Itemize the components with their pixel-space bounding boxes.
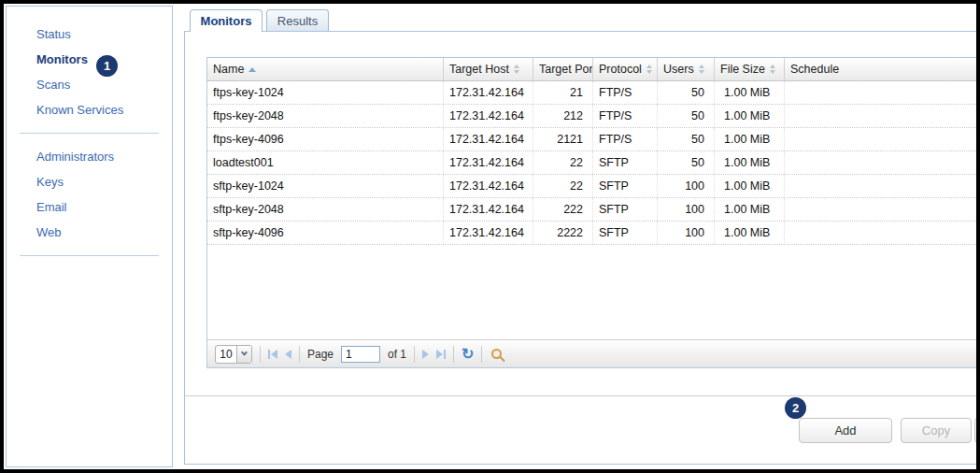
table-row[interactable]: sftp-key-4096172.31.42.1642222SFTP1001.0… <box>207 222 976 245</box>
tab-results[interactable]: Results <box>266 9 329 31</box>
table-cell: SFTP <box>593 198 658 221</box>
prev-page-icon[interactable] <box>285 350 291 359</box>
table-row[interactable]: sftp-key-2048172.31.42.164222SFTP1001.00… <box>207 198 976 222</box>
table-cell: 1.00 MiB <box>715 105 785 127</box>
table-cell: sftp-key-2048 <box>207 198 444 221</box>
sidebar-divider <box>20 133 159 134</box>
column-header-target-port[interactable]: Target Port <box>533 58 593 80</box>
sidebar-nav: StatusMonitorsScansKnown ServicesAdminis… <box>7 7 172 256</box>
table-row[interactable]: ftps-key-1024172.31.42.16421FTP/S501.00 … <box>207 81 976 105</box>
sidebar-item-email[interactable]: Email <box>7 194 172 220</box>
add-button[interactable]: Add <box>799 418 892 443</box>
refresh-icon[interactable]: ↻ <box>462 347 474 362</box>
pager-separator <box>481 346 482 363</box>
sidebar-item-monitors[interactable]: Monitors <box>7 47 172 72</box>
sort-icon <box>646 64 652 74</box>
page-of-label: of 1 <box>388 348 406 361</box>
table-cell: sftp-key-1024 <box>207 175 444 197</box>
table-cell: 2121 <box>533 128 593 150</box>
table-cell: 50 <box>658 128 715 150</box>
sidebar-item-status[interactable]: Status <box>7 22 172 47</box>
grid-header-row: NameTarget HostTarget PortProtocolUsersF… <box>207 58 976 81</box>
table-cell: 50 <box>658 81 715 104</box>
sidebar-divider <box>20 255 159 256</box>
table-cell: sftp-key-4096 <box>207 222 444 244</box>
main-panel: NameTarget HostTarget PortProtocolUsersF… <box>184 31 976 465</box>
sidebar-item-known-services[interactable]: Known Services <box>7 97 172 122</box>
next-page-icon[interactable] <box>422 350 429 359</box>
column-header-users[interactable]: Users <box>658 58 715 80</box>
first-page-icon[interactable] <box>268 350 277 359</box>
annotation-badge-2: 2 <box>785 397 806 419</box>
table-cell: 172.31.42.164 <box>444 81 533 104</box>
column-header-schedule[interactable]: Schedule <box>785 58 976 80</box>
column-label: Protocol <box>599 63 642 76</box>
tab-monitors[interactable]: Monitors <box>190 9 263 32</box>
table-cell: 21 <box>533 81 593 104</box>
table-cell: 1.00 MiB <box>715 151 785 174</box>
table-cell: SFTP <box>593 151 658 174</box>
sidebar-item-keys[interactable]: Keys <box>7 169 172 194</box>
column-label: Name <box>213 63 244 76</box>
column-label: Users <box>663 63 694 76</box>
table-cell: 172.31.42.164 <box>444 151 533 174</box>
table-cell: 100 <box>658 222 715 244</box>
chevron-down-icon[interactable] <box>236 345 251 364</box>
horizontal-divider <box>185 395 976 396</box>
page-input[interactable] <box>341 346 380 363</box>
table-cell: ftps-key-1024 <box>207 81 444 104</box>
table-cell: 1.00 MiB <box>715 175 785 197</box>
last-page-icon[interactable] <box>436 350 446 359</box>
pager-separator <box>260 346 261 363</box>
table-cell <box>785 198 976 221</box>
cut-off-button[interactable] <box>974 418 976 443</box>
table-cell: ftps-key-4096 <box>207 128 444 150</box>
table-row[interactable]: loadtest001172.31.42.16422SFTP501.00 MiB <box>207 151 976 175</box>
table-cell: 100 <box>658 198 715 221</box>
column-label: Target Port <box>539 63 593 76</box>
table-cell: SFTP <box>593 222 658 244</box>
pager-separator <box>299 346 300 363</box>
table-cell: FTP/S <box>593 128 658 150</box>
column-header-file-size[interactable]: File Size <box>715 58 785 80</box>
table-cell <box>785 151 976 174</box>
sidebar-item-web[interactable]: Web <box>7 220 172 245</box>
page-size-select[interactable]: 10 <box>215 345 252 364</box>
table-cell <box>785 175 976 197</box>
table-cell: 172.31.42.164 <box>444 175 533 197</box>
table-cell: 172.31.42.164 <box>444 198 533 221</box>
table-cell: loadtest001 <box>207 151 444 174</box>
table-cell: 1.00 MiB <box>715 198 785 221</box>
table-cell: 2222 <box>533 222 593 244</box>
table-cell: FTP/S <box>593 105 658 127</box>
column-label: File Size <box>720 63 765 76</box>
table-cell: 1.00 MiB <box>715 81 785 104</box>
annotation-badge-1: 1 <box>96 55 118 77</box>
sort-ascending-icon <box>249 67 256 72</box>
table-row[interactable]: ftps-key-2048172.31.42.164212FTP/S501.00… <box>207 105 976 128</box>
search-icon[interactable] <box>491 349 502 359</box>
column-label: Schedule <box>790 63 839 76</box>
sort-icon <box>699 64 704 74</box>
table-cell: 172.31.42.164 <box>444 105 533 127</box>
pager-separator <box>414 346 415 363</box>
table-cell: 1.00 MiB <box>715 128 785 150</box>
table-row[interactable]: sftp-key-1024172.31.42.16422SFTP1001.00 … <box>207 175 976 198</box>
sort-icon <box>514 64 519 74</box>
column-header-protocol[interactable]: Protocol <box>593 58 658 80</box>
column-label: Target Host <box>449 63 509 76</box>
table-cell: SFTP <box>593 175 658 197</box>
copy-button[interactable]: Copy <box>901 418 972 443</box>
table-row[interactable]: ftps-key-4096172.31.42.1642121FTP/S501.0… <box>207 128 976 151</box>
table-cell: 100 <box>658 175 715 197</box>
table-cell: 22 <box>533 175 593 197</box>
sidebar-item-administrators[interactable]: Administrators <box>7 144 172 169</box>
sidebar: StatusMonitorsScansKnown ServicesAdminis… <box>6 6 173 467</box>
column-header-name[interactable]: Name <box>207 58 444 80</box>
table-cell: 50 <box>658 151 715 174</box>
app-window: StatusMonitorsScansKnown ServicesAdminis… <box>0 0 980 473</box>
sidebar-item-scans[interactable]: Scans <box>7 72 172 97</box>
table-cell <box>785 128 976 150</box>
column-header-target-host[interactable]: Target Host <box>444 58 533 80</box>
pager-separator <box>453 346 454 363</box>
